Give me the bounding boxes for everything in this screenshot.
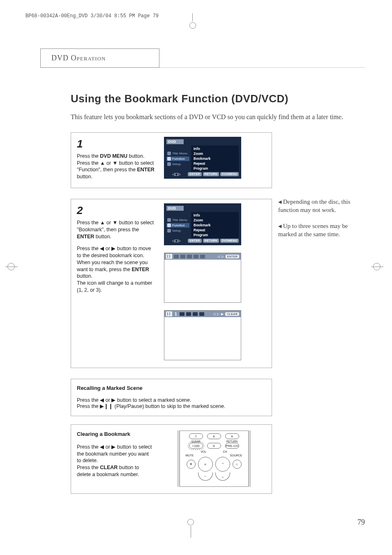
- playback-screenshot: ◁ ▷ ENTER: [164, 253, 241, 303]
- subsection-heading: Clearing a Bookmark: [77, 431, 153, 438]
- osd-tab-setup: Setup: [166, 162, 189, 166]
- crop-mark-icon: [7, 263, 15, 270]
- crop-mark-icon: [373, 263, 380, 270]
- nav-arrows-icon: ◁ ▷: [213, 312, 220, 316]
- playback-screenshot-marked: 1 ◁ ▷ ▶ CLEAR: [164, 310, 241, 360]
- step-text: Press the ▲ or ▼ button to select "Funct…: [77, 160, 155, 181]
- intro-text: This feature lets you bookmark sections …: [71, 113, 358, 122]
- remote-button-plus100: +100: [189, 443, 203, 449]
- osd-enter-button: ENTER: [188, 172, 201, 176]
- page-title: Using the Bookmark Function (DVD/VCD): [71, 92, 365, 105]
- remote-label-clear: CLEAR: [189, 440, 203, 443]
- osd-header: DVD: [166, 139, 184, 144]
- print-header: BP68-00342A-00Eng_DVD 3/30/04 8:55 PM Pa…: [25, 13, 159, 19]
- osd-tab-title: Title Menu: [166, 151, 189, 156]
- osd-menu: Info Zoom Bookmark Repeat Program: [191, 145, 239, 172]
- remote-button-9: 9: [225, 433, 239, 439]
- step-text: Press the DVD MENU button.: [77, 153, 155, 160]
- step-text: Press the ▲ or ▼ button to select "Bookm…: [77, 219, 155, 240]
- crop-mark-icon: [187, 519, 194, 525]
- remote-label-vol: VOL: [201, 450, 206, 453]
- remote-vol-button: +: [198, 457, 213, 472]
- step-number: 2: [77, 203, 155, 218]
- nav-arrows-icon: ◁ ▷: [217, 255, 224, 258]
- remote-button-prech: PRE-CH: [225, 443, 239, 449]
- step-text: The icon will change to a number (1, 2, …: [77, 280, 155, 294]
- bookmark-bar-icon: [166, 254, 172, 259]
- remote-label-ch: CH: [223, 450, 227, 453]
- bookmark-bar-icon: [166, 311, 172, 316]
- side-notes: ◀ Depending on the disc, this function m…: [278, 198, 360, 246]
- step-number: 1: [77, 137, 155, 151]
- osd-return-button: RETURN: [203, 172, 219, 176]
- remote-button-8: 8: [207, 433, 221, 439]
- osd-screenshot: DVD Disc Menu Info Zoom Bookmark Repeat …: [164, 137, 241, 179]
- remote-vol-down: −: [198, 472, 213, 481]
- step-text: Press the ◀ or ▶ button to move to the d…: [77, 245, 155, 280]
- step-1: 1 Press the DVD MENU button. Press the ▲…: [71, 132, 272, 189]
- remote-ch-down: ⌄: [215, 472, 230, 481]
- clearing-section: Clearing a Bookmark Press the ◀ or ▶ but…: [71, 424, 272, 494]
- body-text: Press the ▶❙❙ (Play/Pause) button to ski…: [77, 403, 266, 409]
- clear-pill: CLEAR: [225, 312, 239, 316]
- body-text: Press the CLEAR button to delete a bookm…: [77, 464, 153, 478]
- play-icon: ▶: [221, 312, 224, 316]
- remote-source-button: ○: [233, 460, 242, 469]
- page-number: 79: [357, 518, 365, 527]
- remote-label-mute: MUTE: [186, 454, 194, 457]
- remote-button-0: 0: [207, 443, 221, 449]
- crop-mark-icon: [187, 17, 198, 28]
- osd-dvdmenu-button: DVDMENU: [220, 172, 239, 176]
- remote-diagram: 7 8 9 CLEAR RETURN +100 0 PRE-CH: [180, 431, 249, 487]
- enter-pill: ENTER: [226, 255, 239, 258]
- section-label: DVD Operation: [40, 48, 159, 68]
- remote-label-source: SOURCE: [230, 454, 242, 457]
- remote-mute-button: ✕: [187, 460, 196, 469]
- body-text: Press the ◀ or ▶ button to select a mark…: [77, 397, 266, 403]
- bookmark-number: 1: [174, 312, 178, 316]
- osd-screenshot: DVD Disc Menu Info Zoom Bookmark Repeat …: [164, 203, 241, 245]
- body-text: Press the ◀ or ▶ button to select the bo…: [77, 444, 153, 465]
- osd-tab-function: Function: [166, 157, 189, 161]
- section-header: DVD Operation: [40, 48, 365, 68]
- nav-glyph-icon: ◁▢▷: [166, 172, 180, 176]
- subsection-heading: Recalling a Marked Scene: [77, 385, 266, 391]
- recalling-section: Recalling a Marked Scene Press the ◀ or …: [71, 379, 272, 416]
- remote-label-return: RETURN: [225, 440, 239, 443]
- remote-button-7: 7: [189, 433, 203, 439]
- remote-ch-up-button: ⌃: [215, 457, 230, 472]
